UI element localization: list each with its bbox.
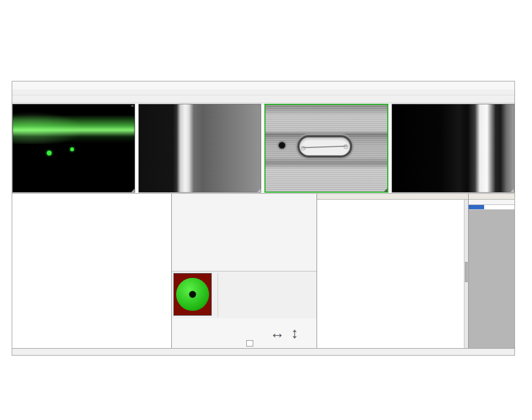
camera-view-4[interactable]: ◢ [392, 104, 514, 193]
graphics-panel-headers [469, 200, 514, 205]
selected-cell[interactable] [469, 205, 484, 209]
geometry-tool-palette [172, 194, 317, 271]
zoom-indicator [257, 105, 260, 106]
title-bar [12, 81, 514, 89]
page: ◢ ◢ ◢ ◢ [0, 0, 532, 420]
graphics-panel [469, 194, 514, 348]
x-move-arrows-icon[interactable]: ↔ [270, 326, 285, 341]
results-scrollbar[interactable] [464, 200, 468, 348]
joystick-ball[interactable] [176, 278, 209, 311]
part-pin [302, 145, 347, 148]
jog-options [218, 273, 315, 317]
center-panel: ↔ ↕ [172, 194, 317, 348]
zoom-indicator [511, 105, 513, 106]
status-bar [12, 348, 514, 355]
resize-handle-icon[interactable]: ◢ [511, 188, 514, 193]
results-table-wrap [317, 200, 468, 348]
y-move-arrows-icon[interactable]: ↕ [291, 326, 298, 341]
move-arrows: ↔ ↕ [254, 319, 314, 347]
resize-handle-icon[interactable]: ◢ [131, 188, 135, 193]
camera-views: ◢ ◢ ◢ ◢ [12, 103, 514, 193]
window-controls [486, 83, 512, 88]
minimize-button[interactable] [486, 83, 494, 88]
camera-view-1[interactable]: ◢ [12, 104, 135, 193]
toolbar [12, 95, 514, 103]
joystick-center-dot [189, 291, 196, 298]
zoom-indicator [131, 105, 134, 106]
resize-handle-icon[interactable]: ◢ [257, 188, 261, 193]
jog-control-area [172, 271, 317, 318]
camera-view-2[interactable]: ◢ [138, 104, 261, 193]
zoom-indicator [384, 106, 386, 107]
light-sliders [212, 273, 218, 317]
main-area: ↔ ↕ [12, 193, 514, 348]
graphics-panel-row[interactable] [469, 205, 514, 210]
coordinate-readout: ↔ ↕ [172, 318, 317, 348]
camera-view-3-selected[interactable]: ◢ [264, 104, 388, 193]
maximize-button[interactable] [495, 83, 503, 88]
jog-joystick[interactable] [173, 273, 212, 316]
resize-handle-icon[interactable]: ◢ [384, 187, 387, 192]
measured-elements-lists [12, 194, 172, 348]
results-tab-strip [317, 194, 468, 200]
results-panel [317, 194, 469, 348]
graphics-panel-body [469, 210, 514, 348]
close-button[interactable] [504, 83, 512, 88]
axis-readouts [174, 319, 254, 347]
angle-tool-button[interactable] [246, 340, 253, 347]
part-slot [297, 135, 352, 158]
detected-point-icon [47, 151, 52, 155]
app-window: ◢ ◢ ◢ ◢ [12, 81, 515, 356]
menu-bar [12, 89, 514, 95]
laser-line [13, 115, 135, 143]
part-hole [279, 142, 285, 149]
scrollbar-thumb[interactable] [465, 262, 468, 282]
detected-point-icon [70, 147, 74, 151]
graphics-panel-title[interactable] [469, 194, 514, 200]
